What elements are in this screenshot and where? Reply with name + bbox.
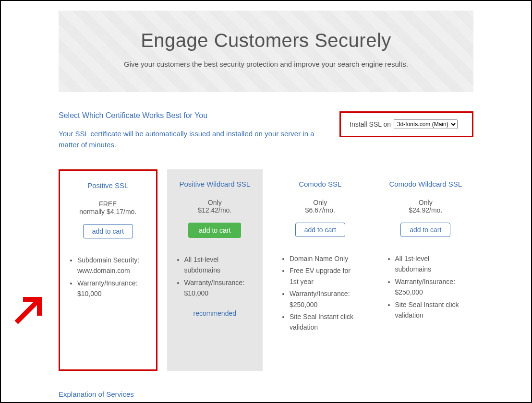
card-title: Comodo SSL — [281, 180, 360, 188]
card-features: All 1st-level subdomains Warranty/Insura… — [176, 254, 254, 299]
card-features: Subdomain Security: www.domain.com Warra… — [69, 255, 147, 299]
feature-item: Domain Name Only — [290, 253, 360, 264]
add-to-cart-button[interactable]: add to cart — [83, 224, 133, 238]
explanation-of-services-link[interactable]: Explanation of Services — [59, 390, 473, 398]
add-to-cart-button[interactable]: add to cart — [295, 223, 345, 237]
recommended-label: recommended — [176, 309, 254, 317]
install-ssl-box: Install SSL on 3d-fonts.com (Main) — [339, 111, 473, 137]
feature-item: Site Seal Instant click validation — [290, 311, 360, 333]
card-positive-wildcard-ssl: Positive Wildcard SSL Only $12.42/mo. ad… — [167, 169, 263, 371]
card-features: All 1st-level subdomains Warranty/Insura… — [387, 253, 465, 320]
card-positive-ssl: Positive SSL FREE normally $4.17/mo. add… — [59, 169, 157, 371]
feature-item: Free EV upgrade for 1st year — [290, 265, 360, 287]
card-price-line1: Only — [176, 199, 254, 206]
install-ssl-label: Install SSL on — [350, 120, 391, 128]
certificate-cards: Positive SSL FREE normally $4.17/mo. add… — [59, 169, 473, 371]
certificate-section-header: Select Which Certificate Works Best for … — [59, 111, 473, 150]
add-to-cart-button[interactable]: add to cart — [188, 223, 241, 238]
card-price-line2: $24.92/mo. — [387, 206, 465, 214]
feature-item: Subdomain Security: www.domain.com — [77, 255, 147, 276]
card-price-line1: Only — [281, 199, 360, 206]
card-features: Domain Name Only Free EV upgrade for 1st… — [281, 253, 360, 333]
feature-item: Warranty/Insurance: $10,000 — [184, 277, 254, 299]
svg-line-0 — [16, 301, 38, 322]
card-price-line1: FREE — [69, 200, 147, 208]
feature-item: All 1st-level subdomains — [184, 254, 254, 276]
card-price-line1: Only — [387, 199, 465, 206]
hero-banner: Engage Customers Securely Give your cust… — [59, 11, 473, 92]
card-title: Positive SSL — [69, 181, 147, 190]
card-comodo-ssl: Comodo SSL Only $6.67/mo. add to cart Do… — [272, 169, 368, 371]
feature-item: Warranty/Insurance: $10,000 — [77, 278, 147, 299]
card-title: Positive Wildcard SSL — [176, 180, 254, 188]
section-left: Select Which Certificate Works Best for … — [59, 111, 327, 150]
section-description: Your SSL certificate will be automatical… — [59, 129, 327, 150]
card-price-line2: $12.42/mo. — [176, 206, 254, 214]
feature-item: All 1st-level subdomains — [395, 253, 465, 275]
hero-subtitle: Give your customers the best security pr… — [59, 60, 473, 68]
install-ssl-domain-select[interactable]: 3d-fonts.com (Main) — [394, 119, 458, 129]
feature-item: Warranty/Insurance: $250,000 — [290, 288, 360, 310]
annotation-arrow-icon — [12, 294, 45, 327]
add-to-cart-button[interactable]: add to cart — [400, 223, 450, 237]
card-title: Comodo Wildcard SSL — [387, 180, 465, 188]
select-certificate-title: Select Which Certificate Works Best for … — [59, 111, 327, 120]
hero-title: Engage Customers Securely — [59, 30, 473, 51]
feature-item: Warranty/Insurance: $250,000 — [395, 276, 465, 298]
card-price-line2: $6.67/mo. — [281, 206, 360, 214]
feature-item: Site Seal Instant click validation — [395, 299, 465, 321]
card-comodo-wildcard-ssl: Comodo Wildcard SSL Only $24.92/mo. add … — [378, 169, 474, 371]
card-price-line2: normally $4.17/mo. — [69, 208, 147, 215]
